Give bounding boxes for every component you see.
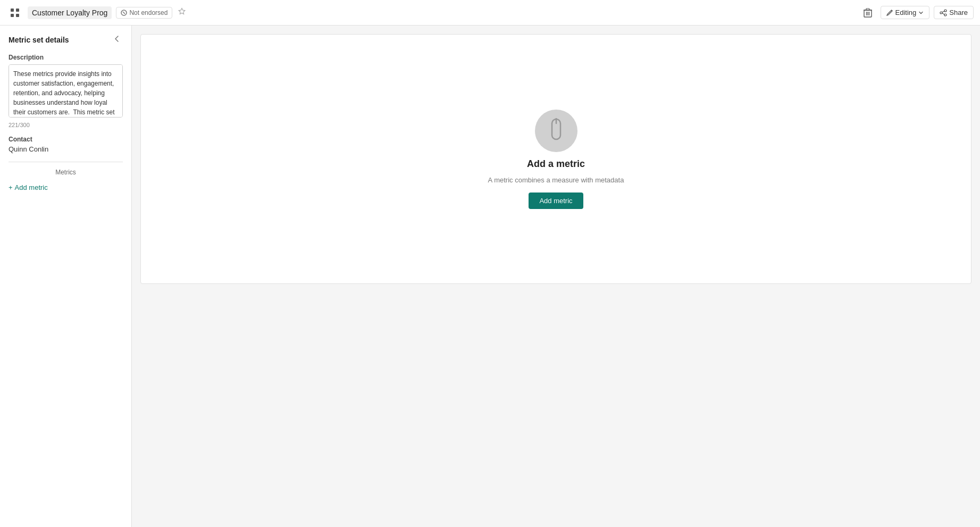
content-area: Add a metric A metric combines a measure… bbox=[132, 26, 980, 527]
editing-button[interactable]: Editing bbox=[881, 6, 930, 19]
svg-point-14 bbox=[944, 14, 947, 16]
plus-icon: + bbox=[9, 183, 13, 191]
svg-rect-2 bbox=[11, 14, 14, 17]
delete-button[interactable] bbox=[859, 4, 876, 21]
add-metric-sidebar-label: Add metric bbox=[15, 183, 48, 191]
add-metric-sidebar-button[interactable]: + Add metric bbox=[9, 182, 48, 193]
content-panel: Add a metric A metric combines a measure… bbox=[140, 34, 971, 284]
char-count: 221/300 bbox=[9, 122, 123, 128]
svg-point-13 bbox=[940, 12, 942, 14]
svg-rect-1 bbox=[16, 9, 19, 12]
svg-line-5 bbox=[123, 12, 125, 14]
empty-state: Add a metric A metric combines a measure… bbox=[488, 110, 624, 209]
tab-title[interactable]: Customer Loyalty Prog bbox=[28, 6, 112, 19]
empty-state-icon-circle bbox=[535, 110, 577, 152]
svg-line-15 bbox=[942, 11, 944, 12]
sidebar-header: Metric set details bbox=[9, 34, 123, 45]
editing-label: Editing bbox=[895, 9, 917, 16]
app-grid-icon-button[interactable] bbox=[6, 4, 23, 21]
sidebar: Metric set details Description 221/300 C… bbox=[0, 26, 132, 527]
topbar-right: Editing Share bbox=[859, 4, 974, 21]
svg-rect-3 bbox=[16, 14, 19, 17]
star-button[interactable] bbox=[177, 6, 187, 19]
add-metric-main-button[interactable]: Add metric bbox=[529, 193, 583, 209]
empty-state-title: Add a metric bbox=[527, 158, 585, 170]
svg-rect-0 bbox=[11, 9, 14, 12]
contact-value: Quinn Conlin bbox=[9, 145, 123, 153]
share-label: Share bbox=[949, 9, 968, 16]
svg-rect-8 bbox=[866, 9, 869, 10]
svg-point-12 bbox=[944, 10, 947, 12]
svg-line-16 bbox=[942, 13, 944, 14]
sidebar-title: Metric set details bbox=[9, 36, 69, 44]
description-textarea[interactable] bbox=[9, 64, 123, 118]
not-endorsed-label: Not endorsed bbox=[129, 9, 167, 16]
main-layout: Metric set details Description 221/300 C… bbox=[0, 26, 980, 527]
collapse-sidebar-button[interactable] bbox=[111, 34, 123, 45]
divider bbox=[9, 162, 123, 162]
metrics-section-label: Metrics bbox=[9, 169, 123, 176]
not-endorsed-badge[interactable]: Not endorsed bbox=[116, 7, 172, 19]
description-label: Description bbox=[9, 54, 123, 61]
topbar: Customer Loyalty Prog Not endorsed bbox=[0, 0, 980, 26]
empty-state-subtitle: A metric combines a measure with metadat… bbox=[488, 176, 624, 184]
topbar-left: Customer Loyalty Prog Not endorsed bbox=[6, 4, 855, 21]
contact-label: Contact bbox=[9, 136, 123, 143]
share-button[interactable]: Share bbox=[934, 6, 974, 19]
